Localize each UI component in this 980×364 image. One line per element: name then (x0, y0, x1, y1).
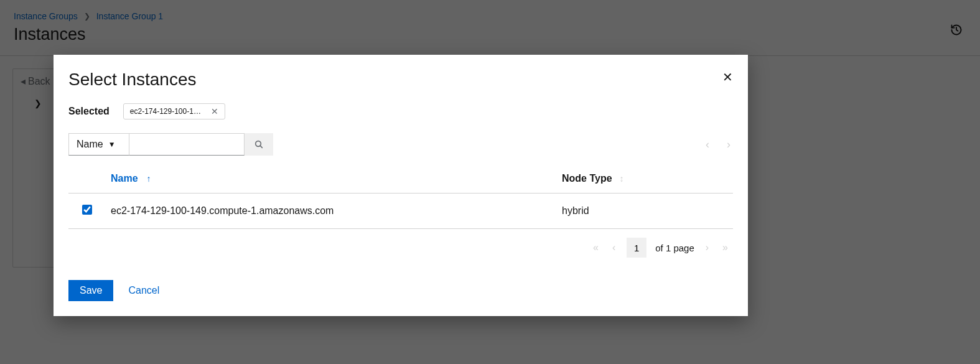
modal-title: Select Instances (68, 70, 196, 90)
row-name: ec2-174-129-100-149.compute-1.amazonaws.… (111, 205, 562, 217)
selected-chip: ec2-174-129-100-149.... ✕ (123, 103, 225, 119)
search-icon (254, 139, 264, 149)
search-button[interactable] (245, 133, 273, 156)
close-icon: ✕ (211, 106, 218, 116)
close-button[interactable]: ✕ (722, 70, 733, 85)
chevron-left-icon: ‹ (706, 138, 709, 151)
instances-table: Name ↑ Node Type ↕ ec2-174-129-100-149.c… (68, 167, 733, 229)
column-name-header[interactable]: Name ↑ (111, 173, 562, 184)
chevron-right-icon: › (706, 242, 709, 253)
sort-both-icon: ↕ (620, 174, 624, 184)
row-checkbox[interactable] (82, 205, 92, 215)
selected-label: Selected (68, 106, 110, 117)
angle-double-right-icon: » (722, 242, 728, 253)
toolbar-prev-button[interactable]: ‹ (706, 138, 709, 151)
close-icon: ✕ (722, 70, 733, 84)
page-next-button[interactable]: › (703, 242, 711, 253)
save-button[interactable]: Save (68, 280, 113, 301)
angle-double-left-icon: « (593, 242, 599, 253)
page-prev-button[interactable]: ‹ (610, 242, 618, 253)
table-header: Name ↑ Node Type ↕ (68, 167, 733, 194)
selected-chip-text: ec2-174-129-100-149.... (130, 107, 205, 116)
svg-line-1 (260, 146, 262, 147)
filter-field-select[interactable]: Name ▼ (68, 133, 129, 156)
cancel-button[interactable]: Cancel (128, 285, 159, 296)
table-row: ec2-174-129-100-149.compute-1.amazonaws.… (68, 194, 733, 229)
page-first-button[interactable]: « (590, 242, 601, 253)
column-node-type-label: Node Type (562, 173, 612, 184)
caret-down-icon: ▼ (108, 140, 116, 149)
filter-field-label: Name (77, 139, 103, 150)
page-of-text: of 1 page (655, 243, 694, 253)
row-node-type: hybrid (562, 205, 674, 217)
page-number-input[interactable] (627, 238, 646, 258)
toolbar-next-button[interactable]: › (727, 138, 730, 151)
column-name-label: Name (111, 173, 138, 184)
page-last-button[interactable]: » (720, 242, 730, 253)
chip-remove-button[interactable]: ✕ (211, 106, 218, 116)
select-instances-modal: Select Instances ✕ Selected ec2-174-129-… (54, 55, 748, 316)
chevron-left-icon: ‹ (612, 242, 615, 253)
column-node-type-header[interactable]: Node Type ↕ (562, 173, 674, 184)
sort-asc-icon: ↑ (147, 174, 151, 184)
search-input[interactable] (129, 133, 245, 156)
pagination: « ‹ of 1 page › » (68, 229, 733, 261)
chevron-right-icon: › (727, 138, 730, 151)
